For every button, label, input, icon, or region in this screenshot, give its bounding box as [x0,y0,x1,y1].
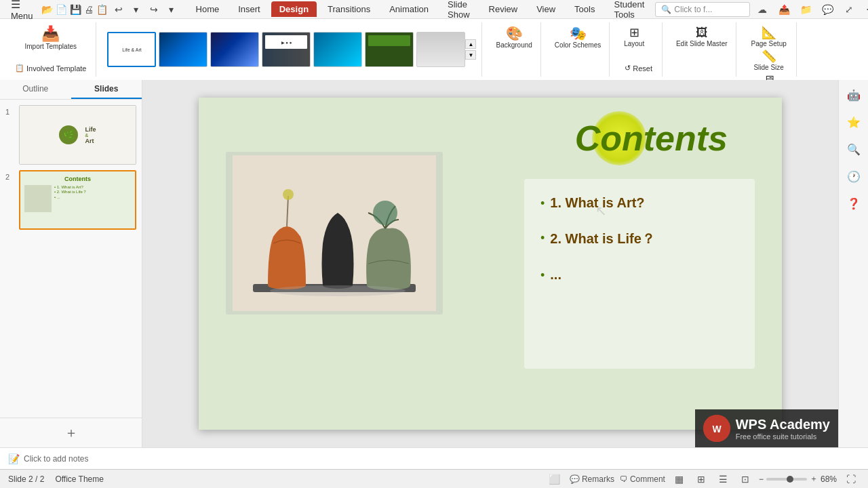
more-icon[interactable]: ⋯ [861,0,868,19]
involved-icon: 📋 [15,64,24,73]
pdf-button[interactable]: 📋 [96,0,108,19]
slide-thumb-1[interactable]: 🌿 Life & Art [19,105,136,165]
right-panel-btn-2[interactable]: ⭐ [842,110,866,134]
page-setup-button[interactable]: 📐 Page Setup [748,25,789,49]
search-box[interactable]: 🔍 Click to f... [655,2,750,17]
ribbon-tab-transitions[interactable]: Transitions [319,1,378,17]
zoom-in-button[interactable]: ＋ [810,473,818,485]
status-bar: Slide 2 / 2 Office Theme ⬜ 💬 Remarks 🗨 C… [0,469,868,488]
template-thumb-2[interactable] [159,32,208,67]
fit-page-button[interactable]: ⊡ [737,472,753,486]
slide-thumb-2[interactable]: Contents • 1. What is Art? • 2. What is … [19,170,136,230]
background-button[interactable]: 🎨 Background [493,25,534,50]
zoom-out-button[interactable]: − [759,474,764,484]
template-thumb-6[interactable] [365,32,414,67]
slide-size-icon: 📏 [762,50,776,62]
new-button[interactable]: 📄 [56,0,67,19]
involved-template-button[interactable]: 📋 Involved Template [11,62,90,74]
zoom-level: 68% [821,474,837,484]
notes-text[interactable]: Click to add notes [24,454,88,464]
bullet-dot-1: • [540,197,545,211]
theme-info: Office Theme [55,474,104,484]
open-button[interactable]: 📂 [41,0,53,19]
bullet-text-2: 2. What is Life？ [550,230,654,248]
color-schemes-button[interactable]: 🎭 Color Schemes [552,25,604,50]
import-templates-button[interactable]: 📥 Import Templates [22,25,79,52]
slide-canvas[interactable]: Contents ↖ [199,98,782,430]
ribbon-tab-design[interactable]: Design [271,1,317,17]
ribbon-tab-review[interactable]: Review [481,1,526,17]
outline-view-button[interactable]: ☰ [715,472,732,486]
right-panel-btn-1[interactable]: 🤖 [842,83,866,107]
fullscreen-button[interactable]: ⛶ [842,472,860,486]
undo-dropdown[interactable]: ▾ [128,1,144,18]
layout-button[interactable]: ⊞ Layout [620,25,648,49]
undo-button[interactable]: ↩ [111,1,127,18]
slide-image[interactable] [226,152,443,314]
reset-button[interactable]: ↺ Reset [620,62,656,74]
right-panel-btn-4[interactable]: 🕐 [842,164,866,188]
cloud-icon[interactable]: ☁ [753,0,772,19]
template-buttons: 📥 Import Templates [22,25,79,52]
vases-svg [233,155,436,311]
zoom-slider[interactable] [766,478,807,481]
strip-up-arrow[interactable]: ▲ [465,39,476,49]
wps-logo: W [703,415,730,442]
grid-view-button[interactable]: ⊞ [693,472,709,486]
remarks-button[interactable]: 💬 Remarks [570,474,614,484]
ribbon-tab-home[interactable]: Home [188,1,228,17]
page-setup-icon: 📐 [762,26,776,39]
template-thumbnails-group: Life & Art ▶ ● ● ▲ ▼ [102,22,482,77]
template-thumb-4[interactable]: ▶ ● ● [262,32,311,67]
comment-button[interactable]: 🗨 Comment [620,474,665,484]
search-icon: 🔍 [661,5,671,14]
slide-number-2: 2 [5,170,15,181]
print-button[interactable]: 🖨 [84,0,94,19]
wps-tagline-text: Free office suite tutorials [736,432,830,441]
normal-view-button[interactable]: ⬜ [545,472,564,486]
templates-strip: Life & Art ▶ ● ● [107,32,465,67]
slide-size-button[interactable]: 📏 Slide Size [751,49,786,73]
content-box[interactable]: • 1. What is Art? • 2. What is Life？ • .… [524,179,755,369]
svg-point-8 [270,285,406,296]
slide2-preview: Contents • 1. What is Art? • 2. What is … [20,171,135,228]
wps-text: WPS Academy Free office suite tutorials [736,417,830,441]
tab-outline[interactable]: Outline [0,80,71,99]
slide-canvas-wrapper: Contents ↖ [199,98,782,430]
slideshow-view-button[interactable]: ▦ [671,472,688,486]
template-thumb-5[interactable] [313,32,362,67]
edit-slide-master-button[interactable]: 🖼 Edit Slide Master [673,25,730,49]
folder-icon[interactable]: 📁 [796,0,815,19]
redo-button[interactable]: ↪ [146,1,162,18]
template-thumb-3[interactable] [210,32,259,67]
right-panel-btn-5[interactable]: ❓ [842,191,866,216]
svg-point-4 [283,189,294,200]
template-thumb-1[interactable]: Life & Art [107,32,156,67]
slide-info: Slide 2 / 2 [8,474,44,484]
redo-dropdown[interactable]: ▾ [163,1,180,18]
layout-items: ⊞ Layout [620,25,648,49]
save-button[interactable]: 💾 [70,0,81,19]
slide1-preview: 🌿 Life & Art [20,106,136,164]
ribbon-tab-view[interactable]: View [528,1,564,17]
bullet-dot-3: • [540,268,545,283]
ribbon-tab-tools[interactable]: Tools [566,1,603,17]
master-icon: 🖼 [696,26,708,39]
expand-icon[interactable]: ⤢ [840,0,859,19]
ribbon-tab-animation[interactable]: Animation [381,1,437,17]
ribbon-tab-insert[interactable]: Insert [230,1,269,17]
strip-down-arrow[interactable]: ▼ [465,50,476,60]
bullet-text-3: ... [550,267,561,283]
list-item[interactable]: 2 Contents • 1. What is Art? • 2. What i… [5,170,136,230]
slide-title[interactable]: Contents [575,118,728,159]
panel-tabs: Outline Slides [0,80,142,100]
right-panel-btn-3[interactable]: 🔍 [842,137,866,161]
add-slide-button[interactable]: ＋ [64,424,78,442]
list-item[interactable]: 1 🌿 Life & Art [5,105,136,165]
chat-icon[interactable]: 💬 [818,0,837,19]
zoom-bar: − ＋ 68% [759,473,837,485]
template-thumb-7[interactable] [416,32,465,67]
status-right: ⬜ 💬 Remarks 🗨 Comment ▦ ⊞ ☰ ⊡ − ＋ 68% ⛶ [545,472,860,486]
share-icon[interactable]: 📤 [774,0,793,19]
tab-slides[interactable]: Slides [71,80,142,99]
